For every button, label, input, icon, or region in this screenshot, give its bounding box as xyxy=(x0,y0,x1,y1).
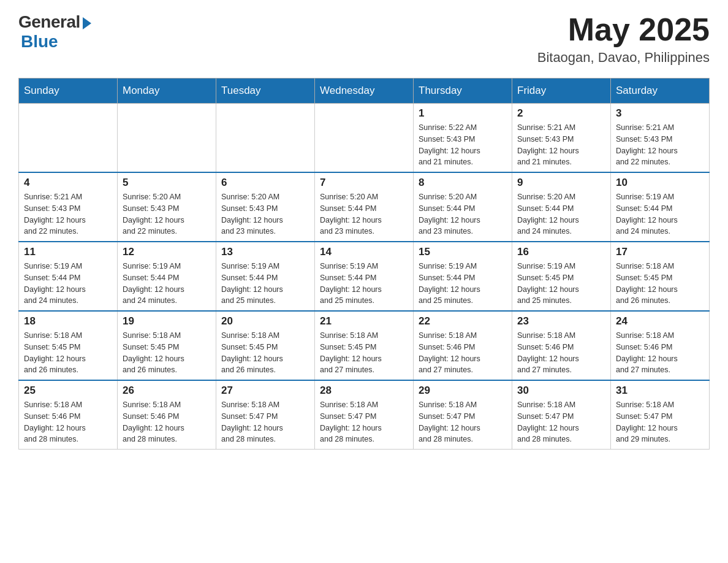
calendar-cell: 25Sunrise: 5:18 AMSunset: 5:46 PMDayligh… xyxy=(19,380,118,450)
calendar-cell: 2Sunrise: 5:21 AMSunset: 5:43 PMDaylight… xyxy=(512,104,611,173)
day-info: Sunrise: 5:20 AMSunset: 5:44 PMDaylight:… xyxy=(517,191,605,237)
calendar-cell: 14Sunrise: 5:19 AMSunset: 5:44 PMDayligh… xyxy=(315,242,414,311)
day-number: 23 xyxy=(517,315,605,327)
location-subtitle: Bitaogan, Davao, Philippines xyxy=(537,50,710,66)
title-section: May 2025 Bitaogan, Davao, Philippines xyxy=(537,12,710,66)
day-info: Sunrise: 5:18 AMSunset: 5:47 PMDaylight:… xyxy=(616,399,704,445)
day-number: 30 xyxy=(517,385,605,397)
day-info: Sunrise: 5:18 AMSunset: 5:46 PMDaylight:… xyxy=(123,399,211,445)
calendar-cell: 1Sunrise: 5:22 AMSunset: 5:43 PMDaylight… xyxy=(414,104,512,173)
day-number: 13 xyxy=(221,246,309,258)
day-info: Sunrise: 5:18 AMSunset: 5:46 PMDaylight:… xyxy=(517,330,605,376)
day-info: Sunrise: 5:18 AMSunset: 5:46 PMDaylight:… xyxy=(419,330,507,376)
day-number: 20 xyxy=(221,315,309,327)
calendar-cell: 16Sunrise: 5:19 AMSunset: 5:45 PMDayligh… xyxy=(512,242,611,311)
day-number: 1 xyxy=(419,107,507,120)
calendar-cell: 20Sunrise: 5:18 AMSunset: 5:45 PMDayligh… xyxy=(216,311,315,380)
calendar-cell: 24Sunrise: 5:18 AMSunset: 5:46 PMDayligh… xyxy=(611,311,710,380)
calendar-table: SundayMondayTuesdayWednesdayThursdayFrid… xyxy=(18,78,710,450)
calendar-week-5: 25Sunrise: 5:18 AMSunset: 5:46 PMDayligh… xyxy=(19,380,710,450)
calendar-cell: 19Sunrise: 5:18 AMSunset: 5:45 PMDayligh… xyxy=(118,311,216,380)
column-header-friday: Friday xyxy=(512,79,611,104)
day-number: 11 xyxy=(24,246,112,258)
day-info: Sunrise: 5:21 AMSunset: 5:43 PMDaylight:… xyxy=(616,122,704,168)
day-number: 6 xyxy=(221,177,309,189)
day-info: Sunrise: 5:19 AMSunset: 5:44 PMDaylight:… xyxy=(221,261,309,307)
calendar-cell: 18Sunrise: 5:18 AMSunset: 5:45 PMDayligh… xyxy=(19,311,118,380)
day-number: 26 xyxy=(123,385,211,397)
page-header: General Blue May 2025 Bitaogan, Davao, P… xyxy=(18,12,710,66)
calendar-header-row: SundayMondayTuesdayWednesdayThursdayFrid… xyxy=(19,79,710,104)
calendar-cell: 30Sunrise: 5:18 AMSunset: 5:47 PMDayligh… xyxy=(512,380,611,450)
day-info: Sunrise: 5:22 AMSunset: 5:43 PMDaylight:… xyxy=(419,122,507,168)
day-number: 8 xyxy=(419,177,507,189)
calendar-week-4: 18Sunrise: 5:18 AMSunset: 5:45 PMDayligh… xyxy=(19,311,710,380)
day-number: 3 xyxy=(616,107,704,120)
calendar-cell: 13Sunrise: 5:19 AMSunset: 5:44 PMDayligh… xyxy=(216,242,315,311)
column-header-sunday: Sunday xyxy=(19,79,118,104)
calendar-cell: 31Sunrise: 5:18 AMSunset: 5:47 PMDayligh… xyxy=(611,380,710,450)
day-number: 4 xyxy=(24,177,112,189)
day-info: Sunrise: 5:18 AMSunset: 5:46 PMDaylight:… xyxy=(616,330,704,376)
calendar-cell: 7Sunrise: 5:20 AMSunset: 5:44 PMDaylight… xyxy=(315,172,414,242)
column-header-monday: Monday xyxy=(118,79,216,104)
day-number: 16 xyxy=(517,246,605,258)
day-number: 5 xyxy=(123,177,211,189)
calendar-cell: 6Sunrise: 5:20 AMSunset: 5:43 PMDaylight… xyxy=(216,172,315,242)
calendar-cell: 11Sunrise: 5:19 AMSunset: 5:44 PMDayligh… xyxy=(19,242,118,311)
calendar-cell: 9Sunrise: 5:20 AMSunset: 5:44 PMDaylight… xyxy=(512,172,611,242)
day-info: Sunrise: 5:18 AMSunset: 5:45 PMDaylight:… xyxy=(221,330,309,376)
calendar-week-2: 4Sunrise: 5:21 AMSunset: 5:43 PMDaylight… xyxy=(19,172,710,242)
calendar-cell xyxy=(19,104,118,173)
logo-arrow-icon xyxy=(83,17,91,29)
logo-general-text: General xyxy=(18,12,80,32)
day-info: Sunrise: 5:18 AMSunset: 5:46 PMDaylight:… xyxy=(24,399,112,445)
calendar-cell: 17Sunrise: 5:18 AMSunset: 5:45 PMDayligh… xyxy=(611,242,710,311)
day-number: 22 xyxy=(419,315,507,327)
day-number: 9 xyxy=(517,177,605,189)
month-year-title: May 2025 xyxy=(537,12,710,47)
day-info: Sunrise: 5:18 AMSunset: 5:47 PMDaylight:… xyxy=(320,399,408,445)
day-number: 31 xyxy=(616,385,704,397)
day-number: 19 xyxy=(123,315,211,327)
calendar-cell: 3Sunrise: 5:21 AMSunset: 5:43 PMDaylight… xyxy=(611,104,710,173)
calendar-week-1: 1Sunrise: 5:22 AMSunset: 5:43 PMDaylight… xyxy=(19,104,710,173)
column-header-saturday: Saturday xyxy=(611,79,710,104)
day-info: Sunrise: 5:19 AMSunset: 5:44 PMDaylight:… xyxy=(123,261,211,307)
day-number: 12 xyxy=(123,246,211,258)
calendar-cell: 27Sunrise: 5:18 AMSunset: 5:47 PMDayligh… xyxy=(216,380,315,450)
day-number: 29 xyxy=(419,385,507,397)
day-info: Sunrise: 5:19 AMSunset: 5:44 PMDaylight:… xyxy=(419,261,507,307)
column-header-wednesday: Wednesday xyxy=(315,79,414,104)
calendar-week-3: 11Sunrise: 5:19 AMSunset: 5:44 PMDayligh… xyxy=(19,242,710,311)
day-info: Sunrise: 5:18 AMSunset: 5:47 PMDaylight:… xyxy=(419,399,507,445)
day-number: 27 xyxy=(221,385,309,397)
calendar-cell: 5Sunrise: 5:20 AMSunset: 5:43 PMDaylight… xyxy=(118,172,216,242)
column-header-thursday: Thursday xyxy=(414,79,512,104)
day-number: 21 xyxy=(320,315,408,327)
day-number: 18 xyxy=(24,315,112,327)
calendar-cell xyxy=(118,104,216,173)
calendar-cell: 4Sunrise: 5:21 AMSunset: 5:43 PMDaylight… xyxy=(19,172,118,242)
day-info: Sunrise: 5:18 AMSunset: 5:47 PMDaylight:… xyxy=(221,399,309,445)
day-info: Sunrise: 5:18 AMSunset: 5:45 PMDaylight:… xyxy=(24,330,112,376)
day-number: 25 xyxy=(24,385,112,397)
day-info: Sunrise: 5:19 AMSunset: 5:44 PMDaylight:… xyxy=(24,261,112,307)
day-number: 7 xyxy=(320,177,408,189)
calendar-cell: 28Sunrise: 5:18 AMSunset: 5:47 PMDayligh… xyxy=(315,380,414,450)
logo: General Blue xyxy=(18,12,91,52)
day-info: Sunrise: 5:20 AMSunset: 5:43 PMDaylight:… xyxy=(221,191,309,237)
column-header-tuesday: Tuesday xyxy=(216,79,315,104)
day-info: Sunrise: 5:19 AMSunset: 5:44 PMDaylight:… xyxy=(616,191,704,237)
day-info: Sunrise: 5:18 AMSunset: 5:45 PMDaylight:… xyxy=(320,330,408,376)
day-number: 24 xyxy=(616,315,704,327)
day-info: Sunrise: 5:21 AMSunset: 5:43 PMDaylight:… xyxy=(24,191,112,237)
day-info: Sunrise: 5:21 AMSunset: 5:43 PMDaylight:… xyxy=(517,122,605,168)
calendar-cell: 26Sunrise: 5:18 AMSunset: 5:46 PMDayligh… xyxy=(118,380,216,450)
day-number: 17 xyxy=(616,246,704,258)
day-info: Sunrise: 5:18 AMSunset: 5:47 PMDaylight:… xyxy=(517,399,605,445)
day-number: 14 xyxy=(320,246,408,258)
calendar-cell: 23Sunrise: 5:18 AMSunset: 5:46 PMDayligh… xyxy=(512,311,611,380)
calendar-cell: 15Sunrise: 5:19 AMSunset: 5:44 PMDayligh… xyxy=(414,242,512,311)
day-info: Sunrise: 5:18 AMSunset: 5:45 PMDaylight:… xyxy=(616,261,704,307)
